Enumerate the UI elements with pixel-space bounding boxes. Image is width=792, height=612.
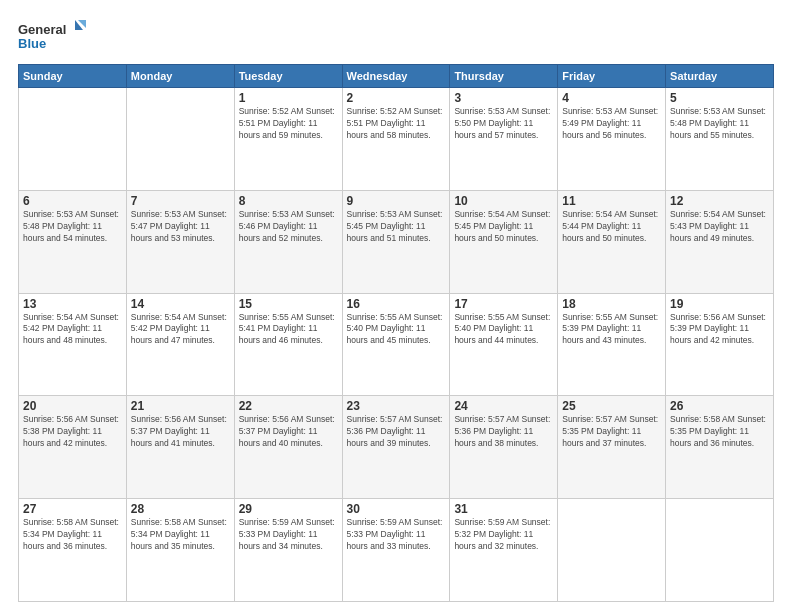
day-number: 20 xyxy=(23,399,122,413)
day-info: Sunrise: 5:53 AM Sunset: 5:48 PM Dayligh… xyxy=(670,106,769,142)
calendar-week-3: 20Sunrise: 5:56 AM Sunset: 5:38 PM Dayli… xyxy=(19,396,774,499)
day-info: Sunrise: 5:52 AM Sunset: 5:51 PM Dayligh… xyxy=(347,106,446,142)
calendar-cell: 23Sunrise: 5:57 AM Sunset: 5:36 PM Dayli… xyxy=(342,396,450,499)
calendar-cell xyxy=(126,88,234,191)
calendar-cell: 17Sunrise: 5:55 AM Sunset: 5:40 PM Dayli… xyxy=(450,293,558,396)
day-number: 24 xyxy=(454,399,553,413)
day-number: 7 xyxy=(131,194,230,208)
day-number: 29 xyxy=(239,502,338,516)
day-number: 15 xyxy=(239,297,338,311)
day-number: 16 xyxy=(347,297,446,311)
day-number: 30 xyxy=(347,502,446,516)
calendar-cell: 14Sunrise: 5:54 AM Sunset: 5:42 PM Dayli… xyxy=(126,293,234,396)
calendar-cell: 22Sunrise: 5:56 AM Sunset: 5:37 PM Dayli… xyxy=(234,396,342,499)
day-header-wednesday: Wednesday xyxy=(342,65,450,88)
day-info: Sunrise: 5:56 AM Sunset: 5:39 PM Dayligh… xyxy=(670,312,769,348)
header: General Blue xyxy=(18,18,774,56)
day-number: 9 xyxy=(347,194,446,208)
day-header-friday: Friday xyxy=(558,65,666,88)
calendar-cell: 12Sunrise: 5:54 AM Sunset: 5:43 PM Dayli… xyxy=(666,190,774,293)
calendar-week-1: 6Sunrise: 5:53 AM Sunset: 5:48 PM Daylig… xyxy=(19,190,774,293)
day-number: 2 xyxy=(347,91,446,105)
calendar-cell: 15Sunrise: 5:55 AM Sunset: 5:41 PM Dayli… xyxy=(234,293,342,396)
day-header-thursday: Thursday xyxy=(450,65,558,88)
day-info: Sunrise: 5:58 AM Sunset: 5:35 PM Dayligh… xyxy=(670,414,769,450)
day-info: Sunrise: 5:59 AM Sunset: 5:33 PM Dayligh… xyxy=(239,517,338,553)
day-info: Sunrise: 5:54 AM Sunset: 5:44 PM Dayligh… xyxy=(562,209,661,245)
calendar-week-2: 13Sunrise: 5:54 AM Sunset: 5:42 PM Dayli… xyxy=(19,293,774,396)
calendar-cell xyxy=(558,499,666,602)
day-info: Sunrise: 5:58 AM Sunset: 5:34 PM Dayligh… xyxy=(131,517,230,553)
calendar-cell: 5Sunrise: 5:53 AM Sunset: 5:48 PM Daylig… xyxy=(666,88,774,191)
day-number: 18 xyxy=(562,297,661,311)
day-number: 31 xyxy=(454,502,553,516)
day-info: Sunrise: 5:52 AM Sunset: 5:51 PM Dayligh… xyxy=(239,106,338,142)
calendar-cell: 21Sunrise: 5:56 AM Sunset: 5:37 PM Dayli… xyxy=(126,396,234,499)
day-number: 4 xyxy=(562,91,661,105)
calendar-cell: 4Sunrise: 5:53 AM Sunset: 5:49 PM Daylig… xyxy=(558,88,666,191)
day-header-tuesday: Tuesday xyxy=(234,65,342,88)
calendar-cell: 30Sunrise: 5:59 AM Sunset: 5:33 PM Dayli… xyxy=(342,499,450,602)
calendar-cell: 13Sunrise: 5:54 AM Sunset: 5:42 PM Dayli… xyxy=(19,293,127,396)
day-info: Sunrise: 5:57 AM Sunset: 5:36 PM Dayligh… xyxy=(347,414,446,450)
calendar-week-4: 27Sunrise: 5:58 AM Sunset: 5:34 PM Dayli… xyxy=(19,499,774,602)
calendar-cell: 28Sunrise: 5:58 AM Sunset: 5:34 PM Dayli… xyxy=(126,499,234,602)
calendar-cell: 6Sunrise: 5:53 AM Sunset: 5:48 PM Daylig… xyxy=(19,190,127,293)
day-number: 21 xyxy=(131,399,230,413)
day-number: 26 xyxy=(670,399,769,413)
day-info: Sunrise: 5:54 AM Sunset: 5:42 PM Dayligh… xyxy=(131,312,230,348)
day-number: 3 xyxy=(454,91,553,105)
day-number: 27 xyxy=(23,502,122,516)
calendar-cell: 26Sunrise: 5:58 AM Sunset: 5:35 PM Dayli… xyxy=(666,396,774,499)
day-number: 8 xyxy=(239,194,338,208)
day-info: Sunrise: 5:55 AM Sunset: 5:41 PM Dayligh… xyxy=(239,312,338,348)
day-info: Sunrise: 5:55 AM Sunset: 5:40 PM Dayligh… xyxy=(347,312,446,348)
calendar-cell: 20Sunrise: 5:56 AM Sunset: 5:38 PM Dayli… xyxy=(19,396,127,499)
day-header-monday: Monday xyxy=(126,65,234,88)
calendar-cell: 31Sunrise: 5:59 AM Sunset: 5:32 PM Dayli… xyxy=(450,499,558,602)
day-info: Sunrise: 5:53 AM Sunset: 5:47 PM Dayligh… xyxy=(131,209,230,245)
calendar-cell: 10Sunrise: 5:54 AM Sunset: 5:45 PM Dayli… xyxy=(450,190,558,293)
day-number: 19 xyxy=(670,297,769,311)
day-number: 13 xyxy=(23,297,122,311)
calendar-cell: 1Sunrise: 5:52 AM Sunset: 5:51 PM Daylig… xyxy=(234,88,342,191)
calendar-cell: 25Sunrise: 5:57 AM Sunset: 5:35 PM Dayli… xyxy=(558,396,666,499)
calendar-cell: 7Sunrise: 5:53 AM Sunset: 5:47 PM Daylig… xyxy=(126,190,234,293)
calendar-header-row: SundayMondayTuesdayWednesdayThursdayFrid… xyxy=(19,65,774,88)
day-info: Sunrise: 5:53 AM Sunset: 5:45 PM Dayligh… xyxy=(347,209,446,245)
svg-text:Blue: Blue xyxy=(18,36,46,51)
page: General Blue SundayMondayTuesdayWednesda… xyxy=(0,0,792,612)
day-number: 17 xyxy=(454,297,553,311)
calendar-cell: 18Sunrise: 5:55 AM Sunset: 5:39 PM Dayli… xyxy=(558,293,666,396)
calendar-cell: 27Sunrise: 5:58 AM Sunset: 5:34 PM Dayli… xyxy=(19,499,127,602)
day-header-saturday: Saturday xyxy=(666,65,774,88)
calendar-cell: 9Sunrise: 5:53 AM Sunset: 5:45 PM Daylig… xyxy=(342,190,450,293)
day-number: 22 xyxy=(239,399,338,413)
calendar-cell xyxy=(19,88,127,191)
svg-text:General: General xyxy=(18,22,66,37)
calendar-table: SundayMondayTuesdayWednesdayThursdayFrid… xyxy=(18,64,774,602)
calendar-cell: 24Sunrise: 5:57 AM Sunset: 5:36 PM Dayli… xyxy=(450,396,558,499)
day-header-sunday: Sunday xyxy=(19,65,127,88)
calendar-cell: 19Sunrise: 5:56 AM Sunset: 5:39 PM Dayli… xyxy=(666,293,774,396)
day-number: 25 xyxy=(562,399,661,413)
calendar-week-0: 1Sunrise: 5:52 AM Sunset: 5:51 PM Daylig… xyxy=(19,88,774,191)
calendar-cell: 11Sunrise: 5:54 AM Sunset: 5:44 PM Dayli… xyxy=(558,190,666,293)
day-info: Sunrise: 5:54 AM Sunset: 5:42 PM Dayligh… xyxy=(23,312,122,348)
day-number: 5 xyxy=(670,91,769,105)
day-info: Sunrise: 5:56 AM Sunset: 5:38 PM Dayligh… xyxy=(23,414,122,450)
calendar-cell: 2Sunrise: 5:52 AM Sunset: 5:51 PM Daylig… xyxy=(342,88,450,191)
day-number: 23 xyxy=(347,399,446,413)
day-info: Sunrise: 5:59 AM Sunset: 5:33 PM Dayligh… xyxy=(347,517,446,553)
day-info: Sunrise: 5:53 AM Sunset: 5:48 PM Dayligh… xyxy=(23,209,122,245)
day-info: Sunrise: 5:53 AM Sunset: 5:50 PM Dayligh… xyxy=(454,106,553,142)
day-info: Sunrise: 5:57 AM Sunset: 5:35 PM Dayligh… xyxy=(562,414,661,450)
day-info: Sunrise: 5:54 AM Sunset: 5:45 PM Dayligh… xyxy=(454,209,553,245)
day-number: 12 xyxy=(670,194,769,208)
day-number: 14 xyxy=(131,297,230,311)
day-info: Sunrise: 5:58 AM Sunset: 5:34 PM Dayligh… xyxy=(23,517,122,553)
logo-svg: General Blue xyxy=(18,18,88,56)
day-number: 1 xyxy=(239,91,338,105)
calendar-cell: 16Sunrise: 5:55 AM Sunset: 5:40 PM Dayli… xyxy=(342,293,450,396)
day-info: Sunrise: 5:57 AM Sunset: 5:36 PM Dayligh… xyxy=(454,414,553,450)
